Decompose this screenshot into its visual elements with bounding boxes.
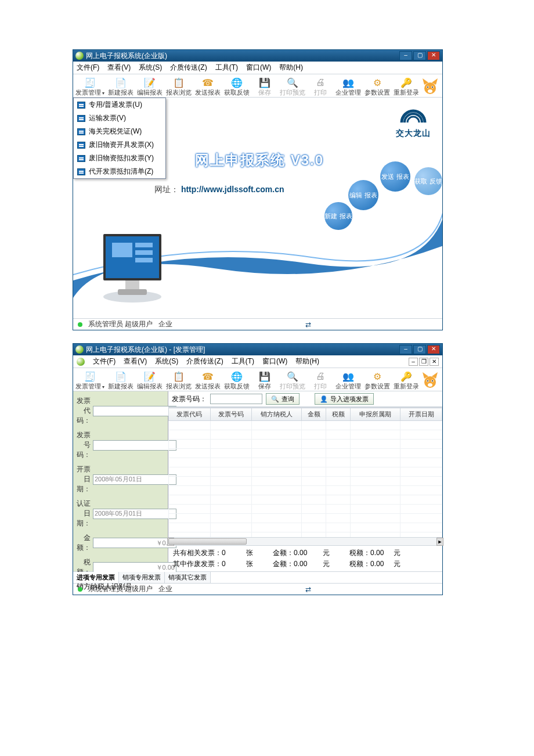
tool-edit-report[interactable]: 📝编辑报表 (137, 77, 163, 97)
tool-invoice-mgmt[interactable]: 🧾发票管理▾ (75, 370, 104, 391)
dd-transport-invoice[interactable]: 运输发票(V) (74, 111, 165, 125)
mdi-minimize[interactable]: – (409, 358, 418, 366)
tool-settings[interactable]: ⚙参数设置 (365, 370, 390, 391)
maximize-button[interactable]: ▢ (413, 345, 426, 354)
tool-enterprise[interactable]: 👥企业管理 (335, 77, 361, 97)
scroll-right-icon[interactable]: ► (436, 538, 443, 546)
menu-file[interactable]: 文件(F) (93, 357, 116, 366)
tool-invoice-mgmt[interactable]: 🧾发票管理▾ (75, 77, 104, 97)
tool-save[interactable]: 💾保存 (253, 370, 276, 391)
tool-relogin[interactable]: 🔑重新登录 (394, 370, 419, 391)
grid-pane: 发票号码： 🔍查询 👤导入进项发票 发票代码 发票号码 销方纳税人 金额 税额 … (168, 391, 442, 571)
svg-rect-9 (135, 243, 153, 247)
col-period[interactable]: 申报所属期 (351, 408, 400, 421)
tool-get-feedback[interactable]: 🌐获取反馈 (224, 370, 250, 391)
col-date[interactable]: 开票日期 (400, 408, 442, 421)
tool-enterprise[interactable]: 👥企业管理 (335, 370, 361, 391)
search-button[interactable]: 🔍查询 (266, 393, 300, 405)
input-auth-date[interactable] (93, 509, 176, 519)
label-auth-date: 认证日期： (77, 499, 91, 528)
tool-print-preview: 🔍打印预览 (280, 370, 305, 391)
mdi-close[interactable]: ✕ (430, 358, 439, 366)
summary-bar: 共有相关发票：0 张 金额：0.00 元 税额：0.00 元 其中作废发票：0 … (168, 545, 442, 571)
menu-tools[interactable]: 工具(T) (215, 63, 238, 73)
col-seller[interactable]: 销方纳税人 (252, 408, 302, 421)
status-org: 企业 (158, 584, 172, 594)
scroll-thumb[interactable] (168, 538, 247, 545)
menu-system[interactable]: 系统(S) (155, 357, 178, 366)
minimize-button[interactable]: – (399, 51, 412, 60)
table-row (169, 505, 442, 514)
input-tax[interactable] (93, 562, 176, 573)
col-code[interactable]: 发票代码 (169, 408, 211, 421)
input-invoice-num[interactable] (93, 440, 176, 451)
dd-special-normal-invoice[interactable]: 专用/普通发票(U) (74, 98, 165, 111)
tab-input-special[interactable]: 进项专用发票 (73, 572, 119, 583)
app-icon (75, 52, 84, 60)
tool-edit-report[interactable]: 📝编辑报表 (137, 370, 163, 391)
app-icon (75, 345, 84, 354)
minimize-button[interactable]: – (399, 345, 412, 354)
tool-new-report[interactable]: 📄新建报表 (108, 77, 134, 97)
bubble-get-feedback: 获取 反馈 (414, 167, 442, 195)
menubar: 文件(F) 查看(V) 系统(S) 介质传送(Z) 工具(T) 窗口(W) 帮助… (73, 62, 442, 74)
svg-point-4 (432, 87, 433, 88)
table-row (169, 495, 442, 505)
mascot-icon (420, 77, 440, 96)
col-amount[interactable]: 金额 (302, 408, 326, 421)
table-row (169, 514, 442, 523)
horizontal-scrollbar[interactable]: ◄ ► (168, 537, 442, 545)
import-button[interactable]: 👤导入进项发票 (315, 393, 374, 405)
tool-relogin[interactable]: 🔑重新登录 (394, 77, 419, 97)
menu-view[interactable]: 查看(V) (124, 357, 147, 366)
tab-output-special[interactable]: 销项专用发票 (119, 572, 165, 583)
input-amount[interactable] (93, 538, 176, 548)
menu-tools[interactable]: 工具(T) (232, 357, 254, 366)
query-bar: 发票号码： 🔍查询 👤导入进项发票 (168, 391, 442, 407)
menu-system[interactable]: 系统(S) (139, 63, 162, 73)
table-row (169, 430, 442, 440)
dd-scrap-issue[interactable]: 废旧物资开具发票(X) (74, 138, 165, 152)
website-line: 网址： http://www.jdlssoft.com.cn (154, 185, 284, 195)
tool-send-report[interactable]: ☎发送报表 (195, 370, 221, 391)
banner-title: 网上申报系统 V3.0 (195, 151, 324, 170)
menu-view[interactable]: 查看(V) (107, 63, 131, 73)
query-input[interactable] (210, 394, 262, 404)
invoice-icon (77, 128, 85, 135)
svg-rect-12 (125, 280, 139, 289)
tool-send-report[interactable]: ☎发送报表 (195, 77, 221, 97)
menu-help[interactable]: 帮助(H) (279, 63, 303, 73)
mdi-restore[interactable]: ❐ (419, 358, 428, 366)
dd-customs-cert[interactable]: 海关完税凭证(W) (74, 125, 165, 138)
tool-browse-report[interactable]: 📋报表浏览 (166, 370, 192, 391)
tool-get-feedback[interactable]: 🌐获取反馈 (224, 77, 250, 97)
menu-media[interactable]: 介质传送(Z) (170, 63, 207, 73)
monitor-graphic (98, 228, 167, 304)
window-title: 网上电子报税系统(企业版) - [发票管理] (86, 345, 399, 355)
dd-agent-deduct-list[interactable]: 代开发票抵扣清单(Z) (74, 165, 165, 178)
close-button[interactable]: ✕ (427, 51, 440, 60)
invoice-grid: 发票代码 发票号码 销方纳税人 金额 税额 申报所属期 开票日期 (168, 407, 442, 537)
toolbar: 🧾发票管理▾ 📄新建报表 📝编辑报表 📋报表浏览 ☎发送报表 🌐获取反馈 💾保存… (73, 74, 442, 98)
tab-output-other[interactable]: 销项其它发票 (165, 572, 211, 583)
tool-browse-report[interactable]: 📋报表浏览 (166, 77, 192, 97)
menu-help[interactable]: 帮助(H) (295, 357, 319, 366)
tool-settings[interactable]: ⚙参数设置 (365, 77, 390, 97)
input-open-date[interactable] (93, 474, 176, 485)
dd-scrap-deduct[interactable]: 废旧物资抵扣发票(Y) (74, 152, 165, 165)
website-link[interactable]: http://www.jdlssoft.com.cn (181, 185, 284, 194)
menubar: 文件(F) 查看(V) 系统(S) 介质传送(Z) 工具(T) 窗口(W) 帮助… (73, 355, 442, 368)
status-mid-icon: ⇄ (305, 585, 311, 593)
label-amount: 金额： (77, 533, 91, 553)
menu-media[interactable]: 介质传送(Z) (186, 357, 223, 366)
menu-window[interactable]: 窗口(W) (262, 357, 287, 366)
col-num[interactable]: 发票号码 (210, 408, 252, 421)
input-invoice-code[interactable] (93, 406, 176, 416)
maximize-button[interactable]: ▢ (413, 51, 426, 60)
col-tax[interactable]: 税额 (326, 408, 351, 421)
tool-new-report[interactable]: 📄新建报表 (108, 370, 134, 391)
menu-file[interactable]: 文件(F) (77, 63, 99, 73)
close-button[interactable]: ✕ (427, 345, 440, 354)
invoice-icon (77, 115, 85, 122)
menu-window[interactable]: 窗口(W) (246, 63, 271, 73)
